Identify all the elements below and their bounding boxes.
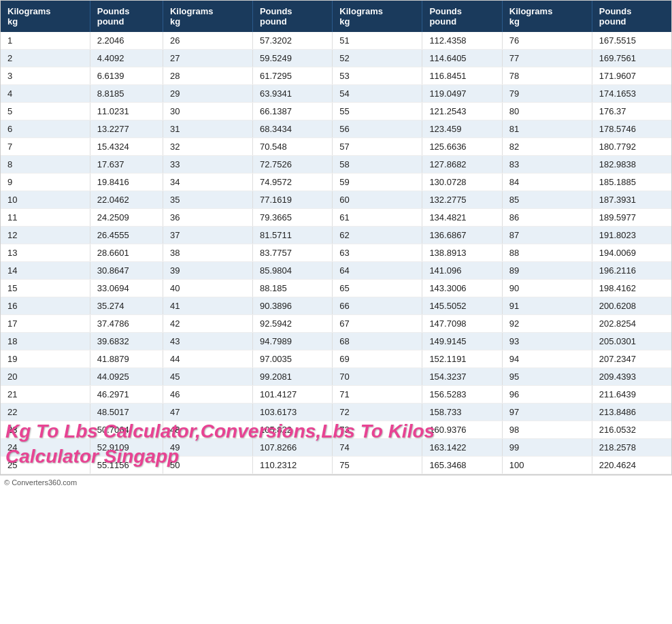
table-cell: 191.8023 — [592, 227, 671, 244]
table-cell: 28.6601 — [90, 244, 163, 262]
table-cell: 83.7757 — [252, 244, 332, 262]
table-cell: 90 — [502, 280, 592, 297]
table-cell: 67 — [333, 315, 422, 333]
table-cell: 33 — [163, 156, 252, 174]
table-cell: 61 — [333, 209, 422, 227]
table-row: 1635.2744190.389666145.505291200.6208 — [1, 297, 671, 315]
table-cell: 132.2775 — [422, 191, 502, 209]
table-cell: 58 — [333, 156, 422, 174]
table-cell: 41.8879 — [90, 350, 163, 368]
table-cell: 209.4393 — [592, 368, 671, 386]
table-cell: 77 — [502, 50, 592, 67]
table-cell: 43 — [163, 333, 252, 350]
table-cell: 127.8682 — [422, 156, 502, 174]
table-cell: 163.1422 — [422, 439, 502, 457]
table-cell: 42 — [163, 315, 252, 333]
table-cell: 77.1619 — [252, 191, 332, 209]
table-cell: 202.8254 — [592, 315, 671, 333]
table-cell: 70.548 — [252, 138, 332, 156]
table-row: 1124.25093679.366561134.482186189.5977 — [1, 209, 671, 227]
table-cell: 136.6867 — [422, 227, 502, 244]
table-row: 1839.68324394.798968149.914593205.0301 — [1, 333, 671, 350]
table-cell: 63.9341 — [252, 85, 332, 103]
table-cell: 27 — [163, 50, 252, 67]
table-cell: 69 — [333, 350, 422, 368]
table-cell: 105.822 — [252, 421, 332, 439]
table-row: 36.61392861.729553116.845178171.9607 — [1, 67, 671, 85]
table-cell: 160.9376 — [422, 421, 502, 439]
table-cell: 64 — [333, 262, 422, 280]
table-cell: 81.5711 — [252, 227, 332, 244]
table-cell: 218.2578 — [592, 439, 671, 457]
table-cell: 32 — [163, 138, 252, 156]
table-cell: 167.5515 — [592, 32, 671, 50]
table-cell: 52.9109 — [90, 439, 163, 457]
table-cell: 5 — [1, 103, 90, 120]
table-cell: 97 — [502, 404, 592, 421]
table-cell: 9 — [1, 174, 90, 191]
header-col3-kg: Kilogramskg — [333, 1, 422, 32]
table-cell: 71 — [333, 386, 422, 404]
table-cell: 17.637 — [90, 156, 163, 174]
table-cell: 54 — [333, 85, 422, 103]
table-row: 2044.09254599.208170154.323795209.4393 — [1, 368, 671, 386]
table-cell: 94 — [502, 350, 592, 368]
table-cell: 45 — [163, 368, 252, 386]
table-cell: 174.1653 — [592, 85, 671, 103]
table-cell: 98 — [502, 421, 592, 439]
table-cell: 39.6832 — [90, 333, 163, 350]
table-cell: 74.9572 — [252, 174, 332, 191]
table-cell: 216.0532 — [592, 421, 671, 439]
table-cell: 11 — [1, 209, 90, 227]
table-cell: 15 — [1, 280, 90, 297]
table-cell: 79.3665 — [252, 209, 332, 227]
table-cell: 56 — [333, 120, 422, 138]
table-cell: 94.7989 — [252, 333, 332, 350]
table-cell: 25 — [1, 457, 90, 474]
header-col2-kg: Kilogramskg — [163, 1, 252, 32]
table-row: 613.22773168.343456123.45981178.5746 — [1, 120, 671, 138]
table-cell: 37.4786 — [90, 315, 163, 333]
table-cell: 1 — [1, 32, 90, 50]
table-cell: 44 — [163, 350, 252, 368]
table-cell: 2 — [1, 50, 90, 67]
table-row: 2350.706448105.82273160.937698216.0532 — [1, 421, 671, 439]
table-cell: 152.1191 — [422, 350, 502, 368]
table-cell: 82 — [502, 138, 592, 156]
table-cell: 103.6173 — [252, 404, 332, 421]
table-cell: 154.3237 — [422, 368, 502, 386]
table-cell: 34 — [163, 174, 252, 191]
table-cell: 7 — [1, 138, 90, 156]
table-cell: 158.733 — [422, 404, 502, 421]
table-cell: 165.3468 — [422, 457, 502, 474]
table-cell: 51 — [333, 32, 422, 50]
table-cell: 200.6208 — [592, 297, 671, 315]
table-cell: 100 — [502, 457, 592, 474]
table-cell: 116.8451 — [422, 67, 502, 85]
table-cell: 35 — [163, 191, 252, 209]
table-cell: 12 — [1, 227, 90, 244]
table-cell: 196.2116 — [592, 262, 671, 280]
table-cell: 4 — [1, 85, 90, 103]
table-cell: 198.4162 — [592, 280, 671, 297]
table-cell: 182.9838 — [592, 156, 671, 174]
table-cell: 171.9607 — [592, 67, 671, 85]
table-cell: 194.0069 — [592, 244, 671, 262]
table-cell: 189.5977 — [592, 209, 671, 227]
table-cell: 10 — [1, 191, 90, 209]
table-cell: 6 — [1, 120, 90, 138]
table-cell: 178.5746 — [592, 120, 671, 138]
table-cell: 18 — [1, 333, 90, 350]
table-cell: 88 — [502, 244, 592, 262]
table-row: 2146.297146101.412771156.528396211.6439 — [1, 386, 671, 404]
table-row: 817.6373372.752658127.868283182.9838 — [1, 156, 671, 174]
table-row: 2555.115650110.231275165.3468100220.4624 — [1, 457, 671, 474]
table-row: 1226.45553781.571162136.686787191.8023 — [1, 227, 671, 244]
table-cell: 47 — [163, 404, 252, 421]
table-cell: 48 — [163, 421, 252, 439]
table-row: 48.81852963.934154119.049779174.1653 — [1, 85, 671, 103]
table-cell: 41 — [163, 297, 252, 315]
table-cell: 93 — [502, 333, 592, 350]
table-cell: 40 — [163, 280, 252, 297]
table-cell: 22.0462 — [90, 191, 163, 209]
